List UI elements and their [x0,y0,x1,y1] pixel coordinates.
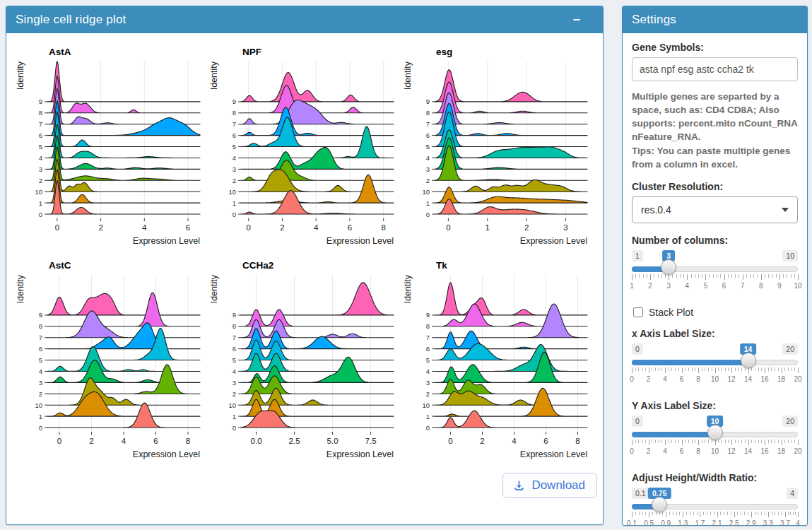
ridge-plot-esg: 0110234567890123esgExpression LevelIdent… [402,40,596,254]
slider-major-tick [650,274,651,280]
svg-text:2: 2 [98,223,102,232]
svg-text:1: 1 [426,413,430,420]
slider-tick-label: 2.5 [729,519,739,527]
svg-text:8: 8 [233,322,236,330]
svg-text:3: 3 [233,379,236,387]
svg-text:AstA: AstA [49,47,71,57]
ridge-plot-AstA: 0110234567890246AstAExpression LevelIden… [15,40,208,254]
slider-minor-tick [758,440,759,443]
svg-text:0: 0 [55,223,59,232]
slider-handle[interactable] [741,353,756,368]
collapse-button[interactable]: − [568,12,584,28]
svg-text:0: 0 [57,437,61,445]
slider-major-tick [665,367,666,373]
slider-minor-tick [753,274,754,278]
slider-tick-label: 5 [704,282,708,290]
svg-text:0.0: 0.0 [251,437,262,445]
slider-minor-tick [645,512,646,515]
svg-text:8: 8 [39,322,42,330]
svg-text:3: 3 [39,379,42,387]
svg-text:8: 8 [575,437,579,445]
slider-minor-tick [688,367,689,371]
slider-minor-tick [635,512,636,515]
download-button[interactable]: Download [502,473,597,498]
slider-minor-tick [672,274,673,278]
slider-min-badge: 0.1 [632,488,649,499]
slider-major-tick [798,274,799,280]
svg-text:Identity: Identity [209,274,219,303]
slider-minor-tick [792,440,792,443]
cluster-resolution-select[interactable]: res.0.4 [632,196,798,223]
slider-minor-tick [685,440,686,443]
slider-filled-bar [632,360,748,365]
slider-minor-tick [731,512,731,515]
slider-tick-label: 4 [663,375,667,383]
slider-minor-tick [669,512,670,515]
slider-tick-label: 2 [648,282,652,290]
slider-major-tick [765,367,765,373]
slider-major-tick [632,367,632,373]
slider-tick-label: 18 [777,375,785,383]
svg-text:1: 1 [39,413,42,420]
slider-tick-label: 0 [630,375,634,383]
slider-minor-tick [776,274,777,278]
slider-max-badge: 4 [787,488,798,499]
slider-major-tick [779,274,780,280]
slider-handle[interactable] [652,497,667,512]
slider-major-tick [782,440,782,445]
gene-symbols-input[interactable] [632,57,798,81]
slider-major-tick [666,512,666,517]
slider-major-tick [798,512,799,517]
slider-handle[interactable] [707,425,723,440]
gene-symbols-label: Gene Symbols: [632,42,798,53]
slider-minor-tick [707,512,707,515]
slider-minor-tick [758,367,759,371]
slider-minor-tick [695,274,695,278]
slider-major-tick [798,367,799,373]
slider-tick-label: 1 [630,282,634,290]
svg-text:9: 9 [39,98,42,105]
svg-text:10: 10 [35,401,42,409]
settings-panel-header: Settings [623,6,807,33]
x-axis-label-size-slider: x Axis Label Size: 0 20 14 0246810121416… [632,328,798,389]
slider-tick-label: 20 [794,375,801,383]
slider-minor-tick [761,367,762,371]
svg-text:4: 4 [39,154,42,162]
slider-minor-tick [741,367,742,371]
slider-minor-tick [669,367,669,371]
slider-minor-tick [669,440,669,443]
slider-minor-tick [659,367,659,371]
slider-tick-label: 3 [666,282,671,290]
slider-major-tick [715,367,716,373]
stack-plot-checkbox[interactable] [633,307,643,317]
svg-text:3: 3 [563,223,567,232]
slider-major-tick [669,274,669,280]
slider-minor-tick [792,367,792,371]
slider-minor-tick [690,512,690,515]
slider-tick-label: 2.9 [746,519,756,527]
svg-text:2: 2 [280,223,284,232]
slider-tick-label: 0.5 [644,519,654,527]
download-row: Download [6,467,603,498]
slider-minor-tick [683,274,684,278]
svg-text:Identity: Identity [403,61,413,90]
slider-tick-label: 10 [711,375,719,383]
slider-minor-tick [795,512,796,515]
svg-text:0: 0 [426,211,430,218]
slider-tick-label: 16 [760,375,768,383]
svg-text:2: 2 [480,437,484,445]
slider-handle[interactable] [661,259,676,275]
slider-minor-tick [727,512,728,515]
slider-minor-tick [695,440,695,443]
slider-minor-tick [758,512,758,515]
svg-text:10: 10 [422,188,430,196]
slider-minor-tick [768,367,769,371]
slider-max-badge: 20 [782,343,798,355]
slider-minor-tick [720,274,721,278]
slider-tick-label: 1.3 [678,519,688,527]
slider-tick-label: 6 [722,282,726,290]
stack-plot-option: Stack Plot [633,307,798,318]
slider-minor-tick [691,274,692,278]
svg-text:Identity: Identity [16,274,25,303]
slider-major-tick [665,440,666,445]
